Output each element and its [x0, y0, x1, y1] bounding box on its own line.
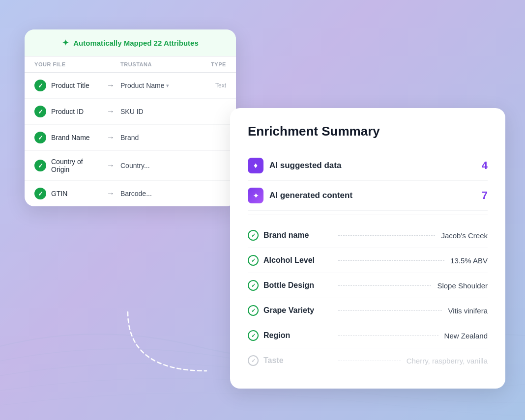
col-your-file: YOUR FILE — [34, 61, 101, 67]
attr-check-icon — [248, 305, 259, 316]
mapping-table: YOUR FILE TRUSTANA TYPE Product Title → … — [25, 56, 236, 206]
trustana-cell: Brand — [120, 134, 187, 141]
list-item: Alcohol Level 13.5% ABV — [248, 248, 488, 273]
attr-name: Grape Variety — [263, 306, 332, 315]
check-icon — [34, 188, 46, 199]
row-your-file-label: Brand Name — [51, 134, 90, 141]
list-item: Taste Cherry, raspberry, vanilla — [248, 348, 488, 373]
trustana-cell: Country... — [120, 162, 187, 169]
arrow-icon: → — [101, 107, 120, 116]
ai-suggested-count: 4 — [482, 159, 488, 172]
mapping-header-text: Automatically Mapped 22 Attributes — [73, 39, 199, 47]
ai-generated-count: 7 — [482, 189, 488, 202]
attr-value: Vitis vinifera — [448, 307, 488, 315]
col-type: TYPE — [187, 61, 226, 67]
mapping-col-headers: YOUR FILE TRUSTANA TYPE — [25, 56, 236, 73]
trustana-cell: Barcode... — [120, 190, 187, 197]
attr-dots — [338, 336, 438, 336]
trustana-value: Barcode... — [120, 190, 152, 197]
col-arrow — [101, 61, 120, 67]
divider — [248, 215, 488, 215]
attr-name: Taste — [263, 356, 332, 365]
row-left: Country of Origin — [34, 158, 101, 173]
check-icon — [34, 106, 46, 117]
attr-name: Brand name — [263, 231, 332, 240]
attr-dots — [338, 285, 431, 286]
arrow-icon: → — [101, 189, 120, 198]
trustana-value: Country... — [120, 162, 150, 169]
check-icon — [34, 132, 46, 143]
ai-generated-label: AI generated content — [269, 191, 476, 200]
list-item: Brand name Jacob's Creek — [248, 223, 488, 248]
attr-name: Alcohol Level — [263, 256, 332, 265]
row-your-file-label: Country of Origin — [51, 158, 101, 173]
arrow-icon: → — [101, 161, 120, 170]
ai-suggested-row: ♦ AI suggested data 4 — [248, 151, 488, 181]
table-row: Brand Name → Brand — [25, 125, 236, 151]
trustana-value: Product Name — [120, 82, 164, 89]
attr-check-icon — [248, 355, 259, 366]
attr-check-icon — [248, 230, 259, 241]
check-icon — [34, 160, 46, 171]
table-row: Product Title → Product Name ▾ Text — [25, 73, 236, 99]
attr-dots — [338, 260, 444, 261]
row-your-file-label: Product ID — [51, 108, 84, 115]
row-left: Product ID — [34, 106, 101, 117]
type-badge: Text — [187, 82, 226, 89]
dropdown-arrow-icon: ▾ — [166, 83, 169, 89]
list-item: Region New Zealand — [248, 323, 488, 348]
table-row: Country of Origin → Country... — [25, 151, 236, 181]
attr-value: New Zealand — [444, 332, 488, 340]
trustana-value: Brand — [120, 134, 139, 141]
attr-check-icon — [248, 330, 259, 341]
ai-generated-row: ✦ AI generated content 7 — [248, 181, 488, 211]
ai-generated-icon: ✦ — [248, 188, 263, 203]
trustana-cell[interactable]: Product Name ▾ — [120, 82, 187, 89]
attr-value: 13.5% ABV — [450, 256, 488, 265]
trustana-value: SKU ID — [120, 108, 144, 115]
attr-value: Slope Shoulder — [437, 281, 488, 290]
attr-check-icon — [248, 280, 259, 291]
attr-check-icon — [248, 255, 259, 266]
connector-line — [98, 302, 236, 381]
trustana-cell: SKU ID — [120, 108, 187, 115]
table-row: GTIN → Barcode... — [25, 181, 236, 206]
table-row: Product ID → SKU ID — [25, 99, 236, 125]
attr-dots — [338, 310, 442, 311]
attr-value: Cherry, raspberry, vanilla — [407, 357, 488, 365]
list-item: Bottle Design Slope Shoulder — [248, 273, 488, 298]
row-your-file-label: GTIN — [51, 190, 67, 197]
attr-dots — [338, 361, 401, 361]
enrichment-title: Enrichment Summary — [248, 124, 488, 139]
list-item: Grape Variety Vitis vinifera — [248, 298, 488, 323]
ai-suggested-label: AI suggested data — [269, 161, 476, 170]
mapping-card: ✦ Automatically Mapped 22 Attributes YOU… — [25, 29, 236, 206]
enrichment-card: Enrichment Summary ♦ AI suggested data 4… — [230, 108, 505, 389]
ai-suggested-icon: ♦ — [248, 158, 263, 173]
row-your-file-label: Product Title — [51, 82, 89, 89]
mapping-header: ✦ Automatically Mapped 22 Attributes — [25, 29, 236, 56]
attr-name: Bottle Design — [263, 281, 332, 290]
check-icon — [34, 80, 46, 91]
col-trustana: TRUSTANA — [120, 61, 187, 67]
row-left: Brand Name — [34, 132, 101, 143]
arrow-icon: → — [101, 81, 120, 90]
sparkle-icon: ✦ — [62, 37, 69, 48]
attr-name: Region — [263, 331, 332, 340]
attr-dots — [338, 235, 435, 236]
row-left: Product Title — [34, 80, 101, 91]
page-container: ✦ Automatically Mapped 22 Attributes YOU… — [0, 0, 525, 420]
row-left: GTIN — [34, 188, 101, 199]
arrow-icon: → — [101, 133, 120, 142]
attr-value: Jacob's Creek — [441, 231, 488, 240]
